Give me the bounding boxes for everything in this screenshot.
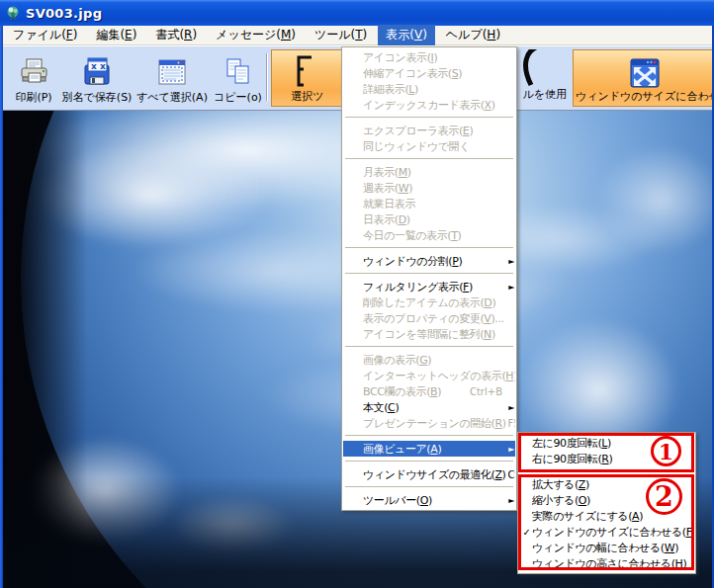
copy-icon (223, 52, 254, 88)
menu-item: エクスプローラ表示(E) (343, 123, 515, 138)
view-menu-dropdown: アイコン表示(I)伸縮アイコン表示(S)詳細表示(L)インデックスカード表示(X… (341, 46, 517, 511)
menubar-item[interactable]: ツール(T) (307, 25, 375, 45)
menu-item: アイコンを等間隔に整列(N) (343, 326, 515, 342)
menu-item: BCC欄の表示(B)Ctrl+B (343, 383, 515, 399)
menu-item-shortcut: Ctrl+^ (507, 469, 515, 480)
menu-item-label: アイコンを等間隔に整列(N) (363, 327, 495, 342)
menu-item-label: 削除したアイテムの表示(D) (363, 295, 495, 310)
menu-item: インターネットヘッダの表示(H) (343, 368, 515, 383)
menu-item: アイコン表示(I) (343, 49, 515, 65)
toolbar-button-label: 印刷(P) (15, 91, 51, 104)
menu-item[interactable]: ウィンドウサイズの最適化(Z)Ctrl+^ (343, 466, 515, 482)
select-all-button[interactable]: すべて選択(A) (134, 49, 210, 107)
menu-separator (345, 486, 513, 488)
menu-item: 詳細表示(L) (343, 81, 515, 97)
menu-item-label: アイコン表示(I) (363, 50, 437, 65)
menu-separator (345, 273, 513, 275)
menu-item: 月表示(M) (343, 164, 515, 180)
menu-item-label: 月表示(M) (363, 165, 411, 180)
menu-item-label: 伸縮アイコン表示(S) (363, 66, 462, 81)
submenu-arrow-icon: ► (504, 445, 515, 454)
menu-item[interactable]: 画像ビューア(A)► (343, 441, 515, 457)
menu-item-label: 画像の表示(G) (363, 353, 431, 368)
menubar-item[interactable]: 書式(R) (147, 25, 205, 45)
menu-item-label: 画像ビューア(A) (363, 442, 441, 457)
submenu-arrow-icon: ► (504, 403, 515, 412)
toolbar-button-label: ルを使用 (522, 88, 567, 101)
menubar-item[interactable]: ヘルプ(H) (438, 25, 508, 45)
menubar-item[interactable]: ファイル(F) (5, 25, 85, 45)
toolbar-separator (266, 53, 268, 101)
printer-icon (18, 52, 49, 88)
menu-item-label: 表示のプロパティの変更(V)... (363, 311, 504, 326)
menu-item-label: ウィンドウの分割(P) (363, 254, 462, 269)
submenu-arrow-icon: ► (504, 283, 515, 292)
menu-item-label: プレゼンテーションの開始(R) (363, 416, 506, 431)
menu-separator (345, 461, 513, 462)
menu-item[interactable]: フィルタリング表示(F)► (343, 279, 515, 294)
menu-item: 就業日表示 (343, 196, 515, 211)
fit-window-button[interactable]: ウィンドウのサイズに合わせる( (573, 49, 714, 107)
menu-item: 画像の表示(G) (343, 352, 515, 368)
menu-item-label: 就業日表示 (363, 197, 415, 211)
toolbar-button-label: 別名で保存(S) (62, 91, 133, 104)
menu-item[interactable]: ウィンドウの分割(P)► (343, 253, 515, 269)
menu-separator (345, 435, 513, 437)
menubar-item[interactable]: 編集(E) (88, 25, 144, 45)
menu-item: プレゼンテーションの開始(R)F5 (343, 415, 515, 431)
app-icon (5, 5, 21, 21)
menubar-item[interactable]: 表示(V) (378, 25, 435, 45)
menu-item: 削除したアイテムの表示(D) (343, 294, 515, 310)
menu-item[interactable]: ツールバー(O)► (343, 492, 515, 508)
menu-item: 週表示(W) (343, 180, 515, 196)
submenu-arrow-icon: ► (504, 257, 515, 266)
menu-item-label: ウィンドウサイズの最適化(Z) (363, 467, 505, 482)
menu-item-label: エクスプローラ表示(E) (363, 124, 473, 138)
selection-tool-button[interactable]: 選択ツ (271, 49, 344, 107)
menu-item-label: フィルタリング表示(F) (363, 280, 473, 294)
toolbar-button-label: ウィンドウのサイズに合わせる( (574, 90, 714, 103)
menu-item-label: 日表示(D) (363, 212, 410, 227)
menu-item-shortcut: F5 (508, 418, 515, 429)
toolbar-button-label: 選択ツ (291, 90, 323, 103)
menu-item-label: 本文(C) (363, 400, 399, 415)
save-as-icon: x x (81, 52, 113, 88)
menu-bar: ファイル(F)編集(E)書式(R)メッセージ(M)ツール(T)表示(V)ヘルプ(… (3, 26, 712, 45)
menu-item-label: 詳細表示(L) (363, 82, 418, 97)
select-all-icon (156, 52, 188, 88)
menu-item: 同じウィンドウで開く (343, 138, 515, 154)
toolbar-button-label: すべて選択(A) (136, 91, 208, 104)
menu-item-label: 同じウィンドウで開く (363, 139, 470, 154)
menubar-item[interactable]: メッセージ(M) (208, 25, 304, 45)
fit-to-window-icon (629, 53, 661, 89)
menu-item-label: BCC欄の表示(B) (363, 384, 441, 399)
menu-item-label: ツールバー(O) (363, 493, 432, 508)
selection-tool-icon (292, 53, 323, 89)
menu-item-label: 今日の一覧の表示(T) (363, 228, 461, 243)
annotation-callout-1: 1 (651, 436, 681, 466)
menu-item: 日表示(D) (343, 211, 515, 227)
menu-item-label: 週表示(W) (363, 181, 412, 196)
toolbar-button-label: コピー(o) (214, 91, 262, 104)
submenu-arrow-icon: ► (504, 496, 515, 505)
menu-separator (345, 117, 513, 119)
menu-item-label: インデックスカード表示(X) (363, 98, 495, 113)
copy-button[interactable]: コピー(o) (210, 49, 266, 107)
menu-separator (345, 346, 513, 348)
annotation-callout-2: 2 (646, 478, 682, 515)
svg-text:x x: x x (91, 61, 106, 71)
hand-tool-icon (517, 51, 547, 87)
title-bar: SV003.jpg (0, 0, 714, 26)
menu-item: 今日の一覧の表示(T) (343, 227, 515, 243)
application-window: SV003.jpg ファイル(F)編集(E)書式(R)メッセージ(M)ツール(T… (0, 0, 714, 588)
menu-item[interactable]: 本文(C)► (343, 399, 515, 415)
menu-item-label: インターネットヘッダの表示(H) (363, 369, 515, 383)
print-button[interactable]: 印刷(P) (8, 49, 59, 107)
menu-item: 伸縮アイコン表示(S) (343, 65, 515, 81)
save-as-button[interactable]: x x別名で保存(S) (59, 49, 134, 107)
menu-item: 表示のプロパティの変更(V)... (343, 310, 515, 326)
menu-item: インデックスカード表示(X) (343, 97, 515, 113)
menu-separator (345, 247, 513, 249)
menu-item-shortcut: Ctrl+B (470, 386, 504, 397)
window-border-left (0, 26, 3, 588)
